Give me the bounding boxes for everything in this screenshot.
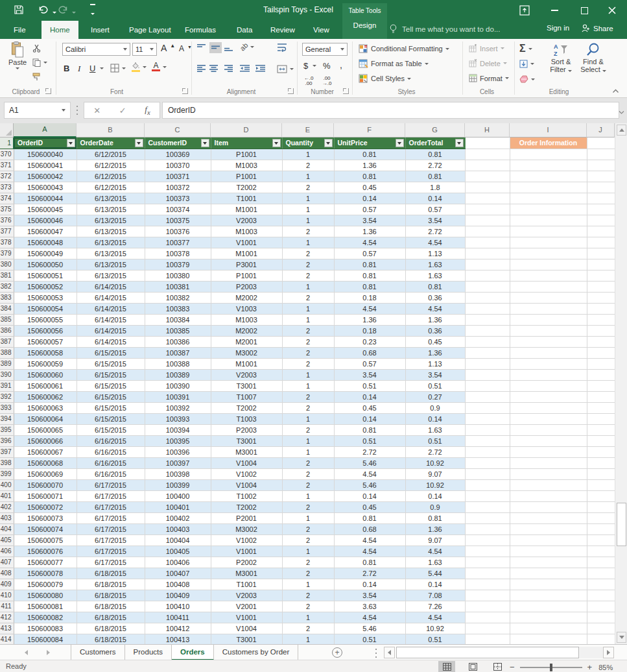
row-header-372[interactable]: 372	[0, 171, 14, 182]
cell[interactable]	[510, 546, 587, 557]
cell[interactable]: T3001	[211, 435, 282, 446]
cell[interactable]	[587, 490, 615, 501]
cell[interactable]	[465, 314, 510, 325]
cell[interactable]: 150600041	[14, 160, 77, 171]
orientation-button[interactable]: ab	[240, 43, 254, 51]
cell[interactable]: 100400	[145, 490, 211, 501]
cell[interactable]	[510, 193, 587, 204]
row-header-409[interactable]: 409	[0, 579, 14, 590]
cell[interactable]: 6/17/2015	[77, 501, 145, 512]
cell[interactable]: 6/15/2015	[77, 424, 145, 435]
cell[interactable]	[510, 248, 587, 259]
cell[interactable]	[587, 601, 615, 612]
cell[interactable]: 0.57	[405, 204, 465, 215]
page-break-view-button[interactable]	[489, 661, 506, 672]
format-cells-button[interactable]: Format	[469, 74, 509, 82]
shrink-font-button[interactable]: A▼	[179, 44, 192, 53]
cell[interactable]: 0.51	[334, 435, 405, 446]
cell[interactable]	[510, 446, 587, 457]
font-color-button[interactable]: A	[152, 62, 167, 71]
row-header-388[interactable]: 388	[0, 347, 14, 358]
cell[interactable]	[510, 325, 587, 336]
cell[interactable]: 150600046	[14, 215, 77, 226]
cell[interactable]	[465, 568, 510, 579]
cell[interactable]	[587, 226, 615, 237]
table-column-header-customerid[interactable]: CustomerID	[145, 138, 211, 149]
cell[interactable]	[587, 347, 615, 358]
cell[interactable]: V1001	[211, 546, 282, 557]
scroll-right-icon[interactable]	[603, 647, 614, 658]
cell[interactable]: 150600081	[14, 601, 77, 612]
formula-input[interactable]: OrderID	[162, 102, 619, 119]
row-header-374[interactable]: 374	[0, 193, 14, 204]
cell[interactable]: 0.57	[334, 204, 405, 215]
cell[interactable]: 0.14	[405, 413, 465, 424]
cell[interactable]: 2	[282, 501, 334, 512]
cell[interactable]: 100399	[145, 479, 211, 490]
cell[interactable]	[510, 336, 587, 347]
increase-indent-button[interactable]	[255, 65, 265, 72]
cell[interactable]: 100370	[145, 160, 211, 171]
cell[interactable]	[587, 413, 615, 424]
cell[interactable]: M3002	[211, 523, 282, 534]
collapse-ribbon-icon[interactable]	[612, 87, 619, 95]
column-header-J[interactable]: J	[587, 123, 615, 138]
cell[interactable]: 100406	[145, 557, 211, 568]
cell[interactable]	[510, 259, 587, 270]
cell[interactable]	[465, 490, 510, 501]
cell[interactable]	[465, 259, 510, 270]
cell[interactable]: 4.54	[334, 468, 405, 479]
cell[interactable]: V1002	[211, 534, 282, 546]
cell[interactable]: 2	[282, 534, 334, 546]
cell[interactable]	[587, 634, 615, 644]
cell[interactable]: T3001	[211, 634, 282, 644]
cell[interactable]: 1	[282, 281, 334, 292]
cell[interactable]	[510, 634, 587, 644]
cell[interactable]: 150600044	[14, 193, 77, 204]
cell[interactable]	[587, 391, 615, 402]
copy-button[interactable]	[32, 58, 47, 67]
cell[interactable]	[465, 424, 510, 435]
column-header-A[interactable]: A	[14, 123, 77, 138]
font-name-combo[interactable]: Calibri	[62, 43, 130, 56]
cell[interactable]: 6/17/2015	[77, 479, 145, 490]
alignment-dialog-launcher[interactable]	[288, 88, 294, 94]
cell[interactable]: V2003	[211, 215, 282, 226]
format-as-table-button[interactable]: Format as Table	[359, 59, 429, 68]
cell[interactable]	[465, 534, 510, 546]
row-header-393[interactable]: 393	[0, 402, 14, 413]
cell[interactable]: 6/17/2015	[77, 512, 145, 523]
cell[interactable]: 6/14/2015	[77, 325, 145, 336]
conditional-formatting-button[interactable]: Conditional Formatting	[359, 44, 449, 53]
cell[interactable]: 1	[282, 413, 334, 424]
cell[interactable]	[465, 457, 510, 468]
sheet-tab-customers[interactable]: Customers	[71, 645, 125, 660]
cell[interactable]: 0.81	[405, 149, 465, 160]
cell[interactable]: 0.81	[405, 281, 465, 292]
cell[interactable]	[465, 634, 510, 644]
cell[interactable]: 6/15/2015	[77, 380, 145, 391]
borders-button[interactable]	[110, 64, 126, 73]
zoom-level[interactable]: 85%	[598, 664, 613, 671]
cell[interactable]	[510, 479, 587, 490]
cell[interactable]	[587, 523, 615, 534]
cell[interactable]: 2	[282, 182, 334, 193]
cell[interactable]: 0.57	[334, 248, 405, 259]
cell[interactable]: P1001	[211, 149, 282, 160]
cell[interactable]	[510, 468, 587, 479]
cell[interactable]	[587, 623, 615, 634]
cell[interactable]: 2	[282, 424, 334, 435]
vertical-scrollbar[interactable]	[615, 123, 627, 644]
cell[interactable]: 150600054	[14, 303, 77, 314]
cell[interactable]: 150600066	[14, 435, 77, 446]
row-header-375[interactable]: 375	[0, 204, 14, 215]
cell[interactable]: 100373	[145, 193, 211, 204]
fill-color-button[interactable]	[131, 62, 147, 72]
filter-dropdown-icon[interactable]	[455, 139, 464, 147]
cell-styles-button[interactable]: Cell Styles	[359, 74, 411, 83]
table-column-header-ordertotal[interactable]: OrderTotal	[405, 138, 465, 149]
filter-dropdown-icon[interactable]	[67, 139, 75, 147]
cell[interactable]: 100369	[145, 149, 211, 160]
cell[interactable]: 1	[282, 579, 334, 590]
cell[interactable]: 150600063	[14, 402, 77, 413]
